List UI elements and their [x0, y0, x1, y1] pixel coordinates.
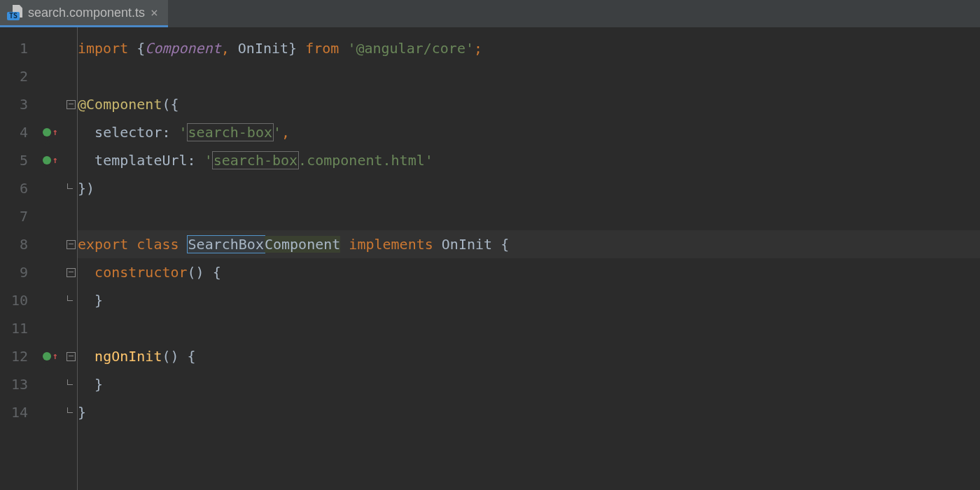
- rename-primary-selection[interactable]: SearchBox: [187, 235, 265, 253]
- fold-end-icon: [64, 398, 77, 426]
- gutter-marks: ↑ ↑ ↑: [36, 27, 64, 490]
- code-line[interactable]: [78, 62, 980, 90]
- line-number[interactable]: 6: [0, 174, 36, 202]
- code-line[interactable]: }): [78, 174, 980, 202]
- code-line[interactable]: }: [78, 370, 980, 398]
- rename-occurrence[interactable]: search-box: [212, 151, 299, 169]
- inspection-marker[interactable]: ↑: [36, 118, 64, 146]
- fold-end-icon: [64, 286, 77, 314]
- line-number[interactable]: 11: [0, 314, 36, 342]
- code-line[interactable]: selector: 'search-box',: [78, 118, 980, 146]
- code-line[interactable]: constructor() {: [78, 258, 980, 286]
- editor-tab-bar: TS search.component.ts ×: [0, 0, 980, 27]
- code-editor[interactable]: 1 2 3 4 5 6 7 8 9 10 11 12 13 14 ↑ ↑ ↑: [0, 27, 980, 490]
- code-line[interactable]: import {Component, OnInit} from '@angula…: [78, 34, 980, 62]
- inspection-marker[interactable]: ↑: [36, 342, 64, 370]
- fold-toggle-icon[interactable]: [64, 342, 77, 370]
- line-number[interactable]: 10: [0, 286, 36, 314]
- file-tab[interactable]: TS search.component.ts ×: [0, 0, 168, 27]
- code-line[interactable]: @Component({: [78, 90, 980, 118]
- line-number[interactable]: 2: [0, 62, 36, 90]
- line-number[interactable]: 12: [0, 342, 36, 370]
- line-number[interactable]: 13: [0, 370, 36, 398]
- fold-gutter: [64, 27, 78, 490]
- typescript-file-icon: TS: [7, 5, 22, 20]
- tab-filename: search.component.ts: [28, 6, 145, 20]
- code-area[interactable]: import {Component, OnInit} from '@angula…: [78, 27, 980, 490]
- code-line[interactable]: }: [78, 286, 980, 314]
- code-line[interactable]: ngOnInit() {: [78, 342, 980, 370]
- line-number[interactable]: 8: [0, 230, 36, 258]
- code-line[interactable]: [78, 314, 980, 342]
- line-number[interactable]: 4: [0, 118, 36, 146]
- fold-end-icon: [64, 370, 77, 398]
- rename-occurrence[interactable]: search-box: [187, 123, 274, 141]
- inspection-marker[interactable]: ↑: [36, 146, 64, 174]
- line-number[interactable]: 5: [0, 146, 36, 174]
- fold-toggle-icon[interactable]: [64, 230, 77, 258]
- code-line[interactable]: [78, 202, 980, 230]
- line-number-gutter[interactable]: 1 2 3 4 5 6 7 8 9 10 11 12 13 14: [0, 27, 36, 490]
- line-number[interactable]: 9: [0, 258, 36, 286]
- code-line[interactable]: templateUrl: 'search-box.component.html': [78, 146, 980, 174]
- close-icon[interactable]: ×: [150, 6, 158, 19]
- line-number[interactable]: 1: [0, 34, 36, 62]
- fold-end-icon: [64, 174, 77, 202]
- line-number[interactable]: 3: [0, 90, 36, 118]
- line-number[interactable]: 7: [0, 202, 36, 230]
- code-line[interactable]: }: [78, 398, 980, 426]
- fold-toggle-icon[interactable]: [64, 90, 77, 118]
- line-number[interactable]: 14: [0, 398, 36, 426]
- fold-toggle-icon[interactable]: [64, 258, 77, 286]
